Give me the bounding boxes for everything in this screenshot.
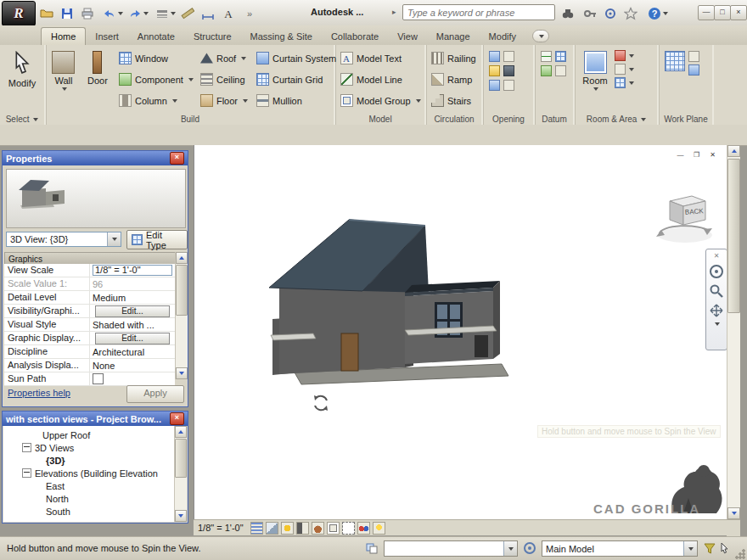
tree-item[interactable]: North [3, 492, 174, 505]
detail-level-field[interactable]: Medium [90, 291, 175, 304]
pan-icon[interactable] [709, 303, 724, 318]
tab-massing-site[interactable]: Massing & Site [241, 28, 322, 45]
properties-scroll-up-button[interactable] [176, 252, 188, 264]
save-button[interactable] [58, 3, 76, 23]
close-button[interactable]: × [730, 5, 747, 20]
properties-scroll-down-button[interactable] [176, 367, 188, 379]
area-button[interactable] [615, 77, 626, 88]
project-browser-close-button[interactable]: × [170, 412, 184, 425]
level-button[interactable] [541, 51, 552, 62]
browser-scroll-thumb[interactable] [175, 439, 187, 478]
column-button[interactable]: Column [115, 90, 196, 111]
tree-item-current-view[interactable]: {3D} [3, 454, 174, 467]
measure-button[interactable] [178, 3, 197, 23]
qat-customize-button[interactable]: » [244, 3, 255, 23]
crop-view-icon[interactable] [327, 522, 340, 535]
door-button[interactable]: Door [81, 48, 115, 111]
opening-vertical-button[interactable] [503, 65, 514, 76]
navbar-more-icon[interactable] [715, 322, 720, 326]
ramp-button[interactable]: Ramp [427, 69, 481, 90]
room-button[interactable]: Room [576, 48, 615, 111]
stairs-button[interactable]: Stairs [427, 90, 481, 111]
zoom-icon[interactable] [709, 283, 724, 299]
visibility-edit-button[interactable]: Edit... [95, 305, 170, 317]
undo-button[interactable] [100, 3, 126, 23]
browser-scroll-up-button[interactable] [175, 426, 187, 438]
tree-item[interactable]: East [3, 479, 174, 492]
discipline-field[interactable]: Architectural [90, 345, 175, 358]
railing-button[interactable]: Railing [427, 48, 481, 69]
search-input[interactable] [402, 4, 555, 20]
navbar-close-icon[interactable]: ✕ [714, 252, 720, 260]
resize-grip[interactable] [735, 549, 745, 559]
modify-button[interactable]: Modify [3, 48, 42, 111]
worksets-button[interactable] [365, 541, 379, 555]
model-group-button[interactable]: Model Group [336, 90, 424, 111]
tag-room-button[interactable] [615, 64, 626, 75]
tab-annotate[interactable]: Annotate [128, 28, 184, 45]
browser-scroll-down-button[interactable] [175, 510, 187, 522]
select-toggle-button[interactable] [718, 541, 732, 555]
opening-dormer-button[interactable] [489, 80, 500, 91]
search-go-button[interactable] [559, 3, 577, 23]
properties-title-bar[interactable]: Properties × [3, 151, 188, 165]
collapse-icon[interactable] [22, 468, 31, 478]
help-button[interactable]: ? [645, 3, 671, 23]
properties-scrollbar[interactable] [175, 252, 188, 379]
viewcube-back-face[interactable]: BACK [685, 207, 705, 216]
view-scale-button[interactable]: 1/8" = 1'-0" [198, 523, 244, 533]
design-option-selector[interactable]: Main Model [542, 540, 698, 557]
show-work-plane-button[interactable] [688, 51, 699, 62]
3d-house-model[interactable] [194, 145, 727, 519]
print-button[interactable] [78, 3, 97, 23]
set-work-plane-button[interactable] [665, 51, 685, 71]
temporary-hide-isolate-icon[interactable] [357, 522, 370, 535]
component-button[interactable]: Component [115, 69, 196, 90]
roof-button[interactable]: Roof [196, 48, 252, 69]
communication-center-button[interactable] [601, 3, 620, 23]
tab-collaborate[interactable]: Collaborate [322, 28, 388, 45]
show-rendering-dialog-icon[interactable] [312, 522, 324, 535]
tab-manage[interactable]: Manage [427, 28, 480, 45]
sun-path-checkbox[interactable] [93, 373, 104, 384]
floor-button[interactable]: Floor [196, 90, 252, 111]
project-browser-title-bar[interactable]: with section views - Project Brow... × [3, 412, 188, 426]
restore-button[interactable]: □ [714, 5, 731, 20]
properties-close-button[interactable]: × [170, 152, 184, 165]
tree-item[interactable]: South [3, 505, 174, 518]
drawing-area[interactable]: — ❐ ✕ [194, 145, 727, 519]
datum-extra-button[interactable] [555, 65, 566, 76]
type-selector-arrow[interactable] [107, 232, 121, 246]
viewcube[interactable]: BACK [653, 186, 724, 247]
text-button[interactable]: A [219, 3, 238, 23]
tab-view[interactable]: View [388, 28, 427, 45]
room-area-panel-label[interactable]: Room & Area [576, 115, 657, 124]
design-option-arrow[interactable] [683, 541, 697, 556]
subscription-center-button[interactable] [581, 3, 599, 23]
shadows-icon[interactable] [296, 522, 309, 535]
view-scale-field[interactable]: 1/8" = 1'-0" [90, 264, 175, 277]
detail-level-icon[interactable] [250, 522, 263, 535]
tab-home[interactable]: Home [41, 27, 86, 45]
open-button[interactable] [37, 3, 56, 23]
reveal-hidden-elements-icon[interactable] [373, 522, 385, 535]
opening-extra-button[interactable] [503, 80, 514, 91]
tab-insert[interactable]: Insert [86, 28, 128, 45]
ref-plane-button[interactable] [541, 65, 552, 76]
model-text-button[interactable]: AModel Text [336, 48, 424, 69]
properties-scroll-thumb[interactable] [176, 265, 188, 316]
scroll-thumb[interactable] [727, 159, 740, 313]
analysis-display-field[interactable]: None [90, 359, 175, 372]
wall-button[interactable]: Wall [47, 48, 81, 111]
mullion-button[interactable]: Mullion [252, 90, 334, 111]
visual-style-field[interactable]: Shaded with ... [90, 318, 175, 331]
properties-help-link[interactable]: Properties help [8, 388, 70, 398]
application-menu-button[interactable]: R [2, 1, 36, 26]
ceiling-button[interactable]: Ceiling [196, 69, 252, 90]
workset-selector-arrow[interactable] [503, 541, 517, 556]
window-button[interactable]: Window [115, 48, 196, 69]
opening-shaft-button[interactable] [503, 51, 514, 62]
grid-button[interactable] [555, 51, 566, 62]
canvas-vscrollbar[interactable] [727, 145, 740, 519]
model-line-button[interactable]: Model Line [336, 69, 424, 90]
